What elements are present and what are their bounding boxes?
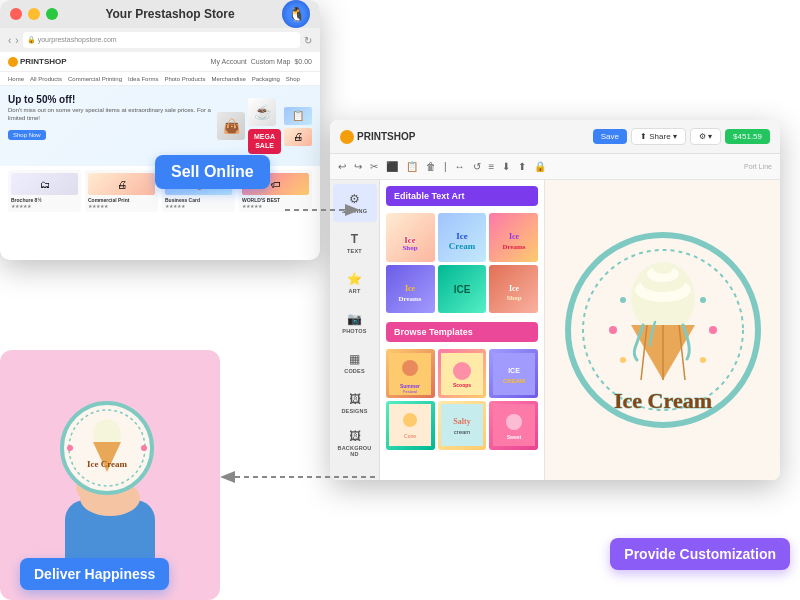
svg-point-30: [506, 414, 522, 430]
back-icon[interactable]: ‹: [8, 35, 11, 46]
svg-point-38: [653, 262, 673, 274]
lock-icon[interactable]: 🔒: [534, 161, 546, 172]
svg-text:Ice Cream: Ice Cream: [87, 459, 128, 469]
right-arrow: [285, 195, 365, 225]
subnav-packaging[interactable]: Packaging: [252, 76, 280, 82]
product-item[interactable]: 🖨 Commercial Print ★★★★★: [85, 170, 158, 212]
provide-customization-badge: Provide Customization: [610, 538, 790, 570]
gear-icon: ⚙: [699, 132, 706, 141]
art-item[interactable]: Ice Shop: [489, 265, 538, 314]
nav-cart[interactable]: $0.00: [294, 58, 312, 65]
ps-logo-icon: [8, 57, 18, 67]
hero-text: Up to 50% off! Don't miss out on some ve…: [8, 94, 211, 158]
product-item[interactable]: 🗂 Brochure 8½ ★★★★★: [8, 170, 81, 212]
minimize-dot[interactable]: [28, 8, 40, 20]
svg-point-14: [402, 360, 418, 376]
forward-icon[interactable]: ›: [15, 35, 18, 46]
send-back-icon[interactable]: ⬇: [502, 161, 510, 172]
subnav-shop[interactable]: Shop: [286, 76, 300, 82]
svg-text:Cone: Cone: [404, 433, 416, 439]
designer-logo: PRINTSHOP: [340, 130, 415, 144]
subnav-forms[interactable]: Idea Forms: [128, 76, 158, 82]
sidebar-designs[interactable]: 🖼 DESIGNS: [333, 384, 377, 422]
nav-my-account[interactable]: My Account: [211, 58, 247, 65]
svg-point-62: [141, 445, 147, 451]
rotate-icon[interactable]: ↺: [473, 161, 481, 172]
template-item[interactable]: Salty cream: [438, 401, 487, 450]
subnav-commercial[interactable]: Commercial Printing: [68, 76, 122, 82]
hero-products: 👜 ☕ MEGASALE 📋 🖨: [217, 94, 312, 158]
subnav-home[interactable]: Home: [8, 76, 24, 82]
sidebar-art[interactable]: ⭐ ART: [333, 264, 377, 302]
settings-button[interactable]: ⚙ ▾: [690, 128, 721, 145]
ps-nav-links: My Account Custom Map $0.00: [211, 58, 312, 65]
art-item[interactable]: Ice Cream: [438, 213, 487, 262]
svg-text:Festival: Festival: [403, 389, 417, 394]
designer-body: ⚙ SETTING T TEXT ⭐ ART 📷 PHOTOS ▦ CODES …: [330, 180, 780, 480]
subnav-merch[interactable]: Merchandise: [211, 76, 245, 82]
template-item[interactable]: Summer Festival: [386, 349, 435, 398]
subnav-photo[interactable]: Photo Products: [164, 76, 205, 82]
delete-icon[interactable]: 🗑: [426, 161, 436, 172]
sidebar-codes[interactable]: ▦ CODES: [333, 344, 377, 382]
deliver-happiness-badge: Deliver Happiness: [20, 558, 169, 590]
ps-navbar: PRINTSHOP My Account Custom Map $0.00: [0, 52, 320, 72]
svg-point-45: [709, 326, 717, 334]
copy-icon[interactable]: ⬛: [386, 161, 398, 172]
templates-grid: Summer Festival Scoops ICE CREAM: [380, 346, 544, 452]
bring-front-icon[interactable]: ⬆: [518, 161, 526, 172]
port-line-label: Port Line: [744, 163, 772, 170]
share-button[interactable]: ⬆ Share ▾: [631, 128, 686, 145]
sell-online-badge: Sell Online: [155, 155, 270, 189]
template-item[interactable]: Sweet: [489, 401, 538, 450]
background-icon: 🖼: [349, 429, 361, 443]
sidebar-text[interactable]: T TEXT: [333, 224, 377, 262]
separator: |: [444, 161, 447, 172]
svg-marker-64: [220, 471, 235, 483]
share-chevron-icon: ▾: [673, 132, 677, 141]
svg-text:Shop: Shop: [506, 294, 521, 302]
nav-custom-map[interactable]: Custom Map: [251, 58, 291, 65]
subnav-products[interactable]: All Products: [30, 76, 62, 82]
svg-text:Ice: Ice: [456, 231, 468, 241]
ice-cream-logo-svg: Ice Cream: [563, 230, 763, 430]
svg-text:Ice: Ice: [509, 232, 520, 241]
hero-section: Up to 50% off! Don't miss out on some ve…: [0, 86, 320, 166]
sidebar-background[interactable]: 🖼 BACKGROUND: [333, 424, 377, 462]
art-item[interactable]: ICE: [438, 265, 487, 314]
refresh-icon[interactable]: ↻: [304, 35, 312, 46]
art-item[interactable]: Ice Dreams: [489, 213, 538, 262]
sticker-image: Ice Cream: [10, 360, 210, 590]
maximize-dot[interactable]: [46, 8, 58, 20]
share-icon: ⬆: [640, 132, 647, 141]
svg-rect-20: [493, 353, 535, 395]
close-dot[interactable]: [10, 8, 22, 20]
template-item[interactable]: Scoops: [438, 349, 487, 398]
svg-text:ICE: ICE: [454, 284, 471, 295]
art-item[interactable]: Ice Dreams: [386, 265, 435, 314]
svg-text:Ice: Ice: [509, 284, 520, 293]
art-item[interactable]: Ice Shop: [386, 213, 435, 262]
hero-title: Up to 50% off!: [8, 94, 211, 105]
cut-icon[interactable]: ✂: [370, 161, 378, 172]
ps-logo-text: PRINTSHOP: [20, 57, 67, 66]
flip-icon[interactable]: ↔: [455, 161, 465, 172]
template-item[interactable]: ICE CREAM: [489, 349, 538, 398]
designer-window: PRINTSHOP Save ⬆ Share ▾ ⚙ ▾ $451.59 ↩ ↪…: [330, 120, 780, 480]
undo-icon[interactable]: ↩: [338, 161, 346, 172]
save-button[interactable]: Save: [593, 129, 627, 144]
template-item[interactable]: Cone: [386, 401, 435, 450]
svg-point-47: [700, 297, 706, 303]
price-button[interactable]: $451.59: [725, 129, 770, 144]
ps-logo: PRINTSHOP: [8, 57, 67, 67]
align-icon[interactable]: ≡: [489, 161, 495, 172]
mac-titlebar: Your Prestashop Store 🐧: [0, 0, 320, 28]
paste-icon[interactable]: 📋: [406, 161, 418, 172]
designer-canvas: Ice Cream: [545, 180, 780, 480]
redo-icon[interactable]: ↪: [354, 161, 362, 172]
browse-templates-label[interactable]: Browse Templates: [386, 322, 538, 342]
sidebar-photos[interactable]: 📷 PHOTOS: [333, 304, 377, 342]
address-bar[interactable]: 🔒 yourprestashopstore.com: [23, 32, 300, 48]
designer-toolbar: ↩ ↪ ✂ ⬛ 📋 🗑 | ↔ ↺ ≡ ⬇ ⬆ 🔒 Port Line: [330, 154, 780, 180]
hero-shop-button[interactable]: Shop Now: [8, 130, 46, 140]
